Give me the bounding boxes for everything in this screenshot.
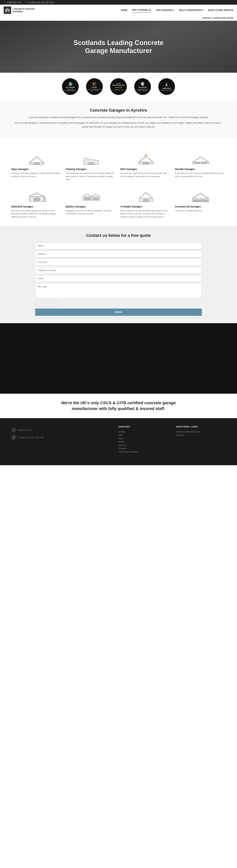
sturdy-icon: 🏗️: [92, 82, 97, 86]
badges-section: ⚙️ OUTSTANDING DEDICATED CUSTOMER SERVIC…: [0, 73, 237, 100]
attached-garage-icon: [11, 187, 62, 203]
footer-link-contact[interactable]: Contact & Areas We Cover: [176, 431, 226, 433]
garage-grid-section: Apex Garages Our apex concrete garages a…: [0, 138, 237, 226]
footer-address-icon: 📍: [11, 435, 16, 440]
send-button[interactable]: Send: [35, 309, 202, 316]
svg-marker-11: [144, 154, 147, 156]
sloping-garages-desc: This range is most suited for clients si…: [66, 172, 116, 181]
badge-unbeatable: £ UNBEATABLE LIKE-FOR-LIKE PRICES: [157, 78, 177, 95]
double-garages-heading: Double Garages: [175, 167, 195, 170]
apex-garage-icon: [11, 149, 62, 166]
outstanding-icon: ⚙️: [68, 82, 73, 86]
email-input[interactable]: [35, 275, 202, 282]
address-input[interactable]: [35, 251, 202, 257]
nav-home[interactable]: HOME: [121, 8, 127, 12]
footer-link-attached[interactable]: Attached: [118, 444, 169, 446]
svg-marker-20: [82, 193, 91, 196]
location-icon: 📍: [25, 1, 27, 3]
svg-marker-28: [139, 192, 153, 198]
top-bar: 📞 01292 841 799 📍 4 Fullerton St, Ayr, K…: [0, 0, 237, 5]
elite-garage-icon: [121, 149, 171, 166]
commercial-garages-heading: Commercial Garages: [175, 205, 201, 208]
svg-marker-1: [5, 8, 10, 9]
postcode-input[interactable]: [35, 259, 202, 266]
double-svg: [191, 153, 210, 166]
svg-marker-19: [44, 196, 46, 202]
footer-garages-heading: GARAGES: [118, 426, 169, 428]
apex-svg: [27, 153, 46, 166]
commercial-svg: [191, 190, 210, 203]
garage-item-sloping: Sloping Garages This range is most suite…: [66, 149, 116, 181]
top-bar-address: 📍 4 Fullerton St, Ayr, KA7 1UB: [25, 1, 54, 3]
svg-rect-33: [193, 199, 198, 202]
recaptcha-box[interactable]: [35, 300, 57, 307]
footer-link-sitemap[interactable]: Sitemap: [176, 434, 226, 436]
badge-circle-unbeatable: £ UNBEATABLE LIKE-FOR-LIKE PRICES: [158, 78, 175, 95]
info-heading: Concrete Garages In Ayrshire: [15, 108, 222, 113]
chevron-down-icon: ▾: [173, 8, 174, 12]
contact-form: Send: [35, 243, 202, 316]
nav-our-garages[interactable]: OUR GARAGES ▾: [156, 7, 174, 13]
sloping-garage-icon: [66, 149, 116, 166]
footer-link-xheight[interactable]: X-Height: [118, 447, 169, 450]
dark-media-section: [0, 323, 237, 394]
price-icon: £: [166, 82, 168, 87]
badge-guarantee: 🛡️ GUARANTEE COMPREHENSIVE 10 YEAR WARRA…: [132, 78, 153, 95]
elite-garages-desc: Our premier range and by far the most po…: [121, 172, 171, 178]
cta-section: We're the UK's only CSCS & CITB certifie…: [0, 394, 237, 418]
footer-additional-heading: ADDITIONAL LINKS: [176, 426, 226, 428]
battery-garage-icon: [66, 187, 116, 203]
xheight-garages-heading: X-Height Garages: [121, 205, 142, 208]
hero-content: Scotlands Leading Concrete Garage Manufa…: [73, 39, 164, 55]
contact-section: Contact us below for a free quote Send: [0, 226, 237, 323]
hero-section: Scotlands Leading Concrete Garage Manufa…: [0, 21, 237, 73]
contact-heading: Contact us below for a free quote: [15, 233, 222, 238]
footer-link-commercial[interactable]: Commercial Garages: [118, 451, 169, 453]
footer-link-apex[interactable]: Apex: [118, 437, 169, 439]
svg-rect-27: [96, 197, 99, 200]
footer-link-battery[interactable]: Battery: [118, 441, 169, 443]
svg-rect-2: [6, 10, 8, 12]
garage-item-apex: Apex Garages Our apex concrete garages a…: [11, 149, 62, 181]
footer-address-item: 📍 4 Fullerton St, Ayr, KA7 1UB: [11, 435, 111, 440]
commercial-garages-desc: Looking for a large workshop?: [175, 209, 202, 212]
footer-link-sloping[interactable]: Sloping: [118, 431, 169, 433]
telephone-input[interactable]: [35, 267, 202, 274]
footer-contact-info: 📞 01292 841 799 📍 4 Fullerton St, Ayr, K…: [11, 427, 111, 440]
svg-rect-34: [198, 199, 203, 202]
svg-rect-18: [34, 198, 39, 202]
nav-why-choose-us[interactable]: WHY CHOOSE US: [132, 8, 151, 12]
footer-garages-col: GARAGES Sloping Elite Apex Battery Attac…: [118, 426, 169, 454]
sloping-garages-heading: Sloping Garages: [66, 167, 86, 170]
footer-contact-col: 📞 01292 841 799 📍 4 Fullerton St, Ayr, K…: [11, 426, 111, 454]
footer-phone-number: 01292 841 799: [18, 429, 31, 431]
apex-garages-heading: Apex Garages: [11, 167, 29, 170]
svg-rect-22: [84, 197, 87, 200]
attached-garages-heading: Attached Garages: [11, 205, 33, 208]
badge-sturdy: 🏗️ STURDY SOLID CONSTRUCTION BUILT TO LA…: [84, 78, 105, 95]
name-input[interactable]: [35, 243, 202, 249]
svg-marker-3: [29, 156, 44, 163]
message-textarea[interactable]: [35, 283, 202, 298]
nav-base-laying[interactable]: BASE LAYING SERVICE: [208, 8, 233, 12]
nav-help-resources[interactable]: HELP & RESOURCES ▾: [179, 7, 203, 13]
nav-contact-areas[interactable]: CONTACT & AREAS WE COVER: [202, 17, 233, 19]
logo[interactable]: CONCRETE GARAGES AYRSHIRE: [4, 6, 35, 14]
xheight-garages-desc: More suited for commercial clients that …: [121, 209, 171, 218]
xheight-garage-icon: [121, 187, 171, 203]
battery-svg: [82, 190, 101, 203]
svg-rect-10: [143, 162, 149, 164]
guarantee-icon: 🛡️: [140, 82, 145, 86]
garage-item-elite: Elite Garages Our premier range and by f…: [121, 149, 171, 181]
cta-heading: We're the UK's only CSCS & CITB certifie…: [15, 400, 222, 412]
svg-rect-7: [89, 163, 94, 165]
svg-marker-12: [192, 157, 209, 162]
badge-circle-sturdy: 🏗️ STURDY SOLID CONSTRUCTION BUILT TO LA…: [86, 78, 103, 95]
logo-text: CONCRETE GARAGES AYRSHIRE: [12, 8, 35, 13]
phone-icon: 📞: [4, 1, 6, 3]
svg-rect-15: [201, 162, 207, 164]
footer: 📞 01292 841 799 📍 4 Fullerton St, Ayr, K…: [0, 418, 237, 465]
star-rating: ★★★★★: [115, 87, 122, 88]
footer-link-elite[interactable]: Elite: [118, 434, 169, 436]
footer-phone-item: 📞 01292 841 799: [11, 427, 111, 433]
